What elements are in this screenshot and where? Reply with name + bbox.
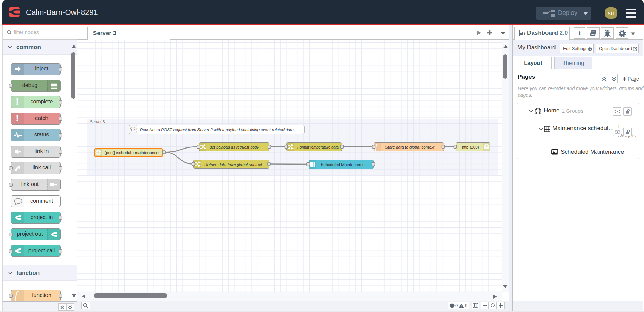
svg-text:Server 3: Server 3 xyxy=(90,120,105,124)
svg-text:http (200): http (200) xyxy=(462,145,479,149)
svg-text:Store data to global context: Store data to global context xyxy=(385,145,435,149)
svg-text:Scheduled Maintenance: Scheduled Maintenance xyxy=(321,162,365,167)
svg-text:[post] /schedule-maintenance: [post] /schedule-maintenance xyxy=(105,150,159,155)
svg-text:Format temperature data.: Format temperature data. xyxy=(297,145,340,149)
svg-text:Receives a POST request from S: Receives a POST request from Server 2 wi… xyxy=(140,127,295,132)
svg-text:set payload as request body: set payload as request body xyxy=(210,145,259,149)
svg-text:Retrive data from global conte: Retrive data from global context xyxy=(204,162,262,167)
